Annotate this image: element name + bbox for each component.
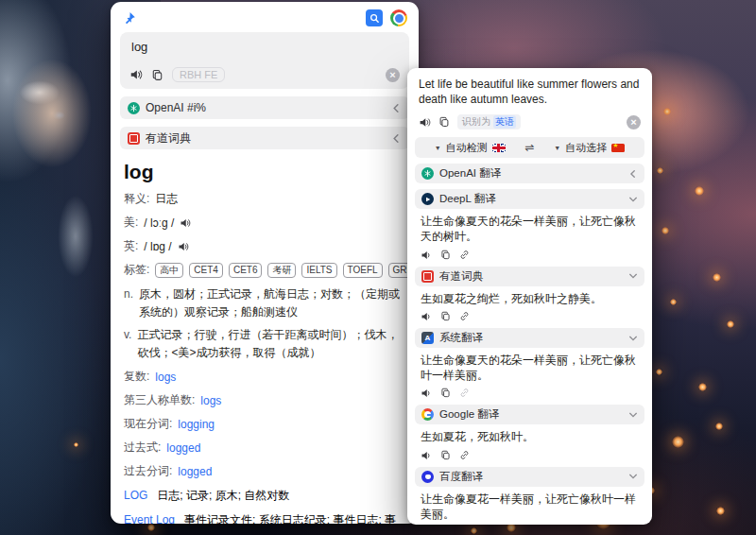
speaker-icon[interactable] (419, 116, 431, 129)
baidu-icon (421, 471, 434, 483)
section-openai-label: OpenAI #i% (146, 101, 206, 114)
phrase-row: Event Log 事件记录文件; 系统日志纪录; 事件日志; 事件记录 (124, 511, 405, 524)
section-youdao[interactable]: 有道词典 (120, 127, 409, 149)
translation-result: 让生命像夏天的花朵一样美丽，让死亡像秋天的树叶。 (421, 215, 639, 244)
system-translate-icon: A (421, 332, 434, 344)
copy-icon[interactable] (438, 116, 450, 128)
phonetic-us: 美: / lɔːg / (124, 215, 405, 231)
word-form-link[interactable]: logs (200, 394, 221, 407)
exam-tag: 高中 (155, 263, 183, 278)
chevron-down-icon[interactable] (628, 334, 638, 343)
window-titlebar (120, 8, 409, 28)
phonetic-uk: 英: / lɒg / (124, 238, 405, 254)
chevron-down-icon[interactable] (628, 271, 638, 281)
query-input[interactable]: log RBH FE × (120, 32, 409, 89)
copy-icon[interactable] (440, 250, 451, 261)
shortcut-badge: RBH FE (172, 67, 225, 82)
exam-tag: 考研 (267, 263, 296, 278)
word-form-link[interactable]: logged (166, 441, 200, 455)
word-form-row: 过去式: logged (124, 440, 405, 456)
copy-icon[interactable] (151, 69, 163, 81)
target-language-select[interactable]: ▼ 自动选择 (535, 141, 644, 155)
word-form-row: 复数: logs (124, 369, 405, 385)
copy-icon[interactable] (440, 388, 451, 399)
section-youdao-label: 有道词典 (146, 130, 191, 147)
speaker-icon[interactable] (180, 217, 191, 229)
dictionary-result: log 释义: 日志 美: / lɔːg / 英: / lɒg / (120, 149, 409, 524)
chrome-icon[interactable] (390, 9, 407, 26)
service-google[interactable]: Google 翻译 (415, 405, 644, 424)
link-icon[interactable] (459, 311, 470, 322)
youdao-icon (128, 132, 140, 145)
dropdown-icon: ▼ (435, 145, 441, 151)
translation-result: 让生命像夏天的花朵一样美丽，让死亡像秋叶一样美丽。 (421, 354, 639, 383)
word-form-link[interactable]: logged (178, 465, 212, 478)
speaker-icon[interactable] (178, 241, 189, 252)
source-text: Let life be beautiful like summer flower… (415, 75, 644, 107)
desktop: log RBH FE × OpenAI #i% (0, 0, 756, 535)
word-form-link[interactable]: logs (155, 371, 176, 384)
openai-icon (421, 167, 434, 180)
exam-tag: TOEFL (343, 263, 383, 278)
chevron-down-icon[interactable] (628, 472, 638, 481)
speaker-icon[interactable] (421, 388, 432, 399)
service-baidu[interactable]: 百度翻译 (415, 467, 644, 487)
speaker-icon[interactable] (421, 311, 432, 322)
swap-languages-button[interactable]: ⇌ (524, 141, 534, 154)
chevron-left-icon[interactable] (391, 103, 402, 113)
phrase-link[interactable]: Event Log (124, 511, 175, 524)
service-deepl[interactable]: DeepL 翻译 (415, 189, 644, 209)
gloss: 日志 (155, 191, 178, 207)
word-form-row: 过去分词: logged (124, 463, 405, 479)
translation-window: Let life be beautiful like summer flower… (407, 68, 652, 525)
section-openai[interactable]: OpenAI #i% (120, 96, 409, 119)
headword: log (124, 161, 405, 183)
speaker-icon[interactable] (421, 250, 432, 261)
exam-tag: CET4 (189, 263, 223, 278)
translation-result: 生如夏花，死如秋叶。 (421, 430, 639, 445)
tags-row: 标签: 高中 CET4 CET6 考研 IELTS TOEFL GRE (124, 262, 405, 278)
china-flag-icon (611, 144, 625, 152)
language-bar: ▼ 自动检测 ⇌ ▼ 自动选择 (415, 137, 644, 158)
dictionary-window: log RBH FE × OpenAI #i% (111, 2, 419, 524)
query-text[interactable]: log (131, 40, 398, 54)
chevron-left-icon[interactable] (628, 169, 638, 179)
link-icon[interactable] (459, 450, 470, 461)
dropdown-icon: ▼ (554, 145, 560, 151)
source-actions: 识别为 英语 × (419, 114, 641, 129)
word-form-link[interactable]: logging (178, 418, 215, 431)
gloss-row: 释义: 日志 (124, 191, 405, 207)
pos-entry-verb: v. 正式记录；行驶，行进（若干距离或时间）；伐木，砍伐；<美>成功获得，取得（… (124, 326, 405, 361)
result-actions (421, 450, 639, 461)
translator-app-icon[interactable] (366, 9, 383, 26)
speaker-icon[interactable] (421, 450, 432, 461)
link-icon[interactable] (459, 250, 470, 261)
chevron-down-icon[interactable] (628, 195, 638, 204)
pin-icon[interactable] (122, 11, 136, 26)
youdao-icon (421, 270, 434, 283)
service-openai[interactable]: OpenAI 翻译 (415, 164, 644, 183)
source-language-select[interactable]: ▼ 自动检测 (415, 141, 524, 155)
copy-icon[interactable] (440, 450, 451, 461)
result-actions (421, 311, 639, 322)
chevron-left-icon[interactable] (391, 133, 402, 144)
clear-input-button[interactable]: × (386, 68, 400, 82)
deepl-icon (421, 193, 434, 205)
detected-language-badge[interactable]: 识别为 英语 (457, 114, 521, 129)
uk-flag-icon (492, 144, 506, 152)
word-form-row: 现在分词: logging (124, 416, 405, 432)
service-system[interactable]: A 系统翻译 (415, 328, 644, 348)
exam-tag: IELTS (301, 263, 336, 278)
phrase-row: LOG 日志; 记录; 原木; 自然对数 (124, 487, 405, 504)
speaker-icon[interactable] (129, 68, 143, 81)
word-form-row: 第三人称单数: logs (124, 392, 405, 408)
service-youdao[interactable]: 有道词典 (415, 267, 644, 286)
close-button[interactable]: × (627, 115, 641, 129)
copy-icon[interactable] (440, 311, 451, 322)
result-actions (421, 388, 639, 399)
chevron-down-icon[interactable] (628, 410, 638, 420)
phrase-link[interactable]: LOG (124, 487, 147, 504)
link-icon[interactable] (459, 388, 470, 399)
exam-tag: CET6 (229, 263, 263, 278)
translation-result: 让生命像夏花一样美丽，让死亡像秋叶一样美丽。 (421, 492, 639, 522)
